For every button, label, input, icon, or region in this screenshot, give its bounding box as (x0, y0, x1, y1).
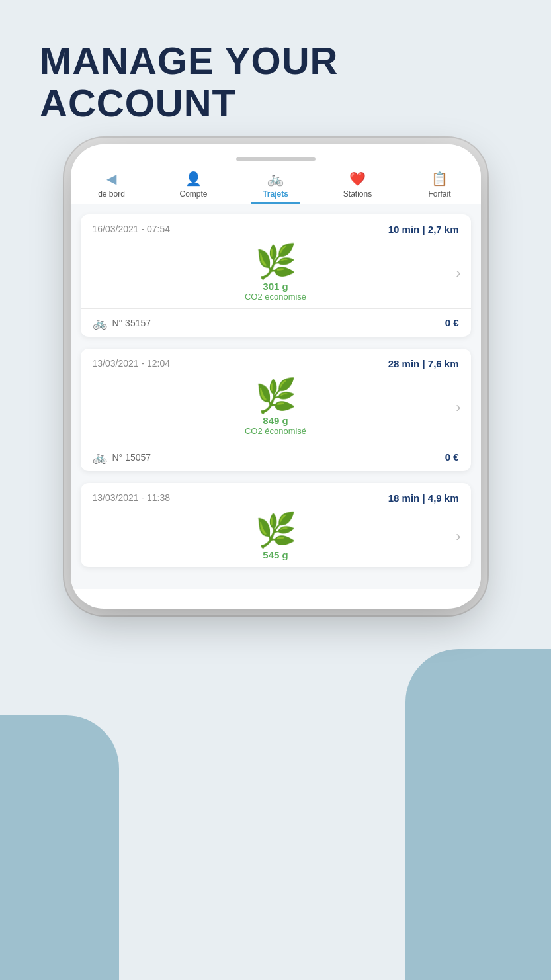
trip-price-2: 0 € (445, 451, 459, 463)
trip-header-3: 13/03/2021 - 11:38 18 min | 4,9 km (81, 483, 471, 510)
bg-decoration-right (405, 649, 551, 980)
trip-bike-2: 🚲 N° 15057 (93, 450, 151, 465)
trip-eco-2: 🌿 849 g CO2 économisé (81, 379, 471, 436)
trips-container: 16/03/2021 - 07:54 10 min | 2,7 km 🌿 301… (71, 204, 481, 589)
tab-tableau[interactable]: ◀ de bord (71, 164, 153, 204)
trip-date-2: 13/03/2021 - 12:04 (93, 358, 171, 369)
trip-body-3: 🌿 545 g › (81, 510, 471, 567)
tab-forfait-label: Forfait (428, 189, 450, 199)
bg-decoration-left (0, 715, 119, 980)
trip-card-2[interactable]: 13/03/2021 - 12:04 28 min | 7,6 km 🌿 849… (81, 349, 471, 471)
forfait-icon: 📋 (431, 171, 448, 187)
page-title: MANAGE YOUR ACCOUNT (0, 0, 551, 144)
bike-icon-1: 🚲 (93, 316, 107, 330)
trip-duration-1: 10 min | 2,7 km (388, 224, 459, 235)
tab-forfait[interactable]: 📋 Forfait (399, 164, 481, 204)
trip-date-1: 16/03/2021 - 07:54 (93, 224, 171, 234)
bike-number-1: N° 35157 (112, 318, 151, 328)
bike-icon-2: 🚲 (93, 450, 107, 465)
trip-date-3: 13/03/2021 - 11:38 (93, 492, 171, 503)
tab-trajets-label: Trajets (263, 189, 288, 199)
notch-bar (236, 157, 316, 161)
trip-bike-1: 🚲 N° 35157 (93, 316, 151, 330)
compte-icon: 👤 (185, 171, 202, 187)
chevron-right-3: › (456, 528, 460, 545)
trip-eco-1: 🌿 301 g CO2 économisé (81, 245, 471, 302)
trip-duration-3: 18 min | 4,9 km (388, 492, 459, 504)
trip-footer-2: 🚲 N° 15057 0 € (81, 443, 471, 471)
trip-price-1: 0 € (445, 317, 459, 328)
trip-eco-3: 🌿 545 g (81, 513, 471, 560)
tab-tableau-label: de bord (98, 189, 125, 199)
tab-compte[interactable]: 👤 Compte (153, 164, 235, 204)
eco-amount-2: 849 g (263, 415, 288, 426)
bike-number-2: N° 15057 (112, 452, 151, 463)
phone-mockup: ◀ de bord 👤 Compte 🚲 Trajets ❤️ Stations… (71, 144, 481, 609)
tab-stations-label: Stations (343, 189, 372, 199)
tab-trajets[interactable]: 🚲 Trajets (235, 164, 317, 204)
trip-card-1[interactable]: 16/03/2021 - 07:54 10 min | 2,7 km 🌿 301… (81, 214, 471, 337)
trip-body-1: 🌿 301 g CO2 économisé › (81, 242, 471, 308)
tab-stations[interactable]: ❤️ Stations (317, 164, 399, 204)
chevron-right-2: › (456, 399, 460, 416)
tab-compte-label: Compte (179, 189, 207, 199)
trip-duration-2: 28 min | 7,6 km (388, 358, 459, 369)
leaf-icon-1: 🌿 (255, 245, 296, 278)
leaf-icon-2: 🌿 (255, 379, 296, 412)
leaf-icon-3: 🌿 (255, 513, 296, 547)
nav-tabs: ◀ de bord 👤 Compte 🚲 Trajets ❤️ Stations… (71, 164, 481, 204)
chevron-right-1: › (456, 265, 460, 282)
phone-notch (71, 144, 481, 164)
eco-amount-1: 301 g (263, 281, 288, 292)
eco-amount-3: 545 g (263, 549, 288, 560)
trip-header-1: 16/03/2021 - 07:54 10 min | 2,7 km (81, 214, 471, 242)
tableau-icon: ◀ (106, 171, 116, 187)
eco-label-1: CO2 économisé (245, 292, 306, 302)
trajets-icon: 🚲 (267, 171, 284, 187)
stations-icon: ❤️ (349, 171, 366, 187)
trip-footer-1: 🚲 N° 35157 0 € (81, 308, 471, 337)
eco-label-2: CO2 économisé (245, 426, 306, 436)
trip-body-2: 🌿 849 g CO2 économisé › (81, 376, 471, 443)
trip-card-3[interactable]: 13/03/2021 - 11:38 18 min | 4,9 km 🌿 545… (81, 483, 471, 567)
trip-header-2: 13/03/2021 - 12:04 28 min | 7,6 km (81, 349, 471, 376)
